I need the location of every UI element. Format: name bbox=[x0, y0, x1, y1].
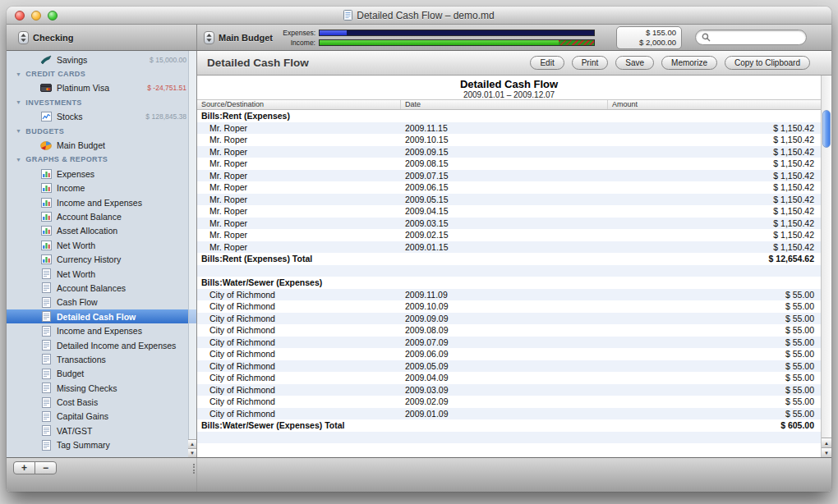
sidebar-item-account-balances[interactable]: Account Balances bbox=[7, 281, 196, 295]
sidebar-item-currency-history[interactable]: Currency History bbox=[7, 252, 196, 266]
table-row[interactable]: City of Richmond2009.04.09$ 55.00 bbox=[197, 372, 821, 384]
scroll-down-icon[interactable]: ▼ bbox=[188, 448, 196, 457]
add-button[interactable]: + bbox=[13, 461, 35, 474]
disclosure-triangle-icon[interactable]: ▼ bbox=[16, 128, 21, 134]
table-row[interactable]: City of Richmond2009.11.09$ 55.00 bbox=[197, 289, 821, 301]
table-row[interactable]: Mr. Roper2009.07.15$ 1,150.42 bbox=[197, 170, 821, 182]
scrollbar-thumb[interactable] bbox=[822, 110, 831, 148]
sidebar-item-net-worth[interactable]: Net Worth bbox=[7, 238, 196, 252]
group-row: Bills:Rent (Expenses) bbox=[197, 110, 821, 122]
cell-date: 2009.06.09 bbox=[401, 349, 608, 359]
table-row[interactable]: Mr. Roper2009.04.15$ 1,150.42 bbox=[197, 205, 821, 218]
column-header-amount[interactable]: Amount bbox=[608, 100, 821, 109]
close-button[interactable] bbox=[15, 11, 25, 21]
sidebar-section-investments[interactable]: ▼INVESTMENTS bbox=[7, 95, 196, 109]
sidebar-item-label: Income bbox=[57, 183, 85, 193]
disclosure-triangle-icon[interactable]: ▼ bbox=[16, 157, 21, 163]
sidebar-item-vat-gst[interactable]: VAT/GST bbox=[7, 424, 196, 438]
cell-amount: $ 55.00 bbox=[608, 349, 821, 359]
table-row[interactable]: City of Richmond2009.08.09$ 55.00 bbox=[197, 324, 821, 337]
sidebar-item-cost-basis[interactable]: Cost Basis bbox=[7, 395, 196, 409]
content-scrollbar[interactable]: ▲ ▼ bbox=[821, 76, 831, 457]
titlebar[interactable]: Detailed Cash Flow – demo.md bbox=[7, 7, 831, 25]
sidebar-item-net-worth[interactable]: Net Worth bbox=[7, 267, 196, 281]
remove-button[interactable]: − bbox=[35, 461, 57, 474]
sidebar-section-credit-cards[interactable]: ▼CREDIT CARDS bbox=[7, 66, 196, 80]
divider-grip[interactable] bbox=[193, 464, 195, 474]
minimize-button[interactable] bbox=[31, 11, 41, 21]
cell-date: 2009.08.09 bbox=[401, 325, 608, 335]
table-row[interactable]: City of Richmond2009.07.09$ 55.00 bbox=[197, 337, 821, 349]
memorize-button[interactable]: Memorize bbox=[661, 56, 717, 70]
sidebar-item-tag-summary[interactable]: Tag Summary bbox=[7, 438, 196, 452]
sidebar-item-expenses[interactable]: Expenses bbox=[7, 167, 196, 181]
table-header: Source/Destination Date Amount bbox=[197, 99, 821, 110]
copy-to-clipboard-button[interactable]: Copy to Clipboard bbox=[725, 56, 810, 70]
sidebar-item-income-and-expenses[interactable]: Income and Expenses bbox=[7, 195, 196, 209]
column-header-date[interactable]: Date bbox=[401, 100, 608, 109]
edit-button[interactable]: Edit bbox=[530, 56, 564, 70]
table-row[interactable]: Mr. Roper2009.09.15$ 1,150.42 bbox=[197, 146, 821, 158]
table-row[interactable]: Mr. Roper2009.06.15$ 1,150.42 bbox=[197, 181, 821, 194]
sidebar-item-cash-flow[interactable]: Cash Flow bbox=[7, 296, 196, 309]
sidebar-section-budgets[interactable]: ▼BUDGETS bbox=[7, 124, 196, 138]
cell-date: 2009.04.15 bbox=[401, 206, 608, 216]
sidebar-item-asset-allocation[interactable]: Asset Allocation bbox=[7, 224, 196, 238]
cell-amount: $ 1,150.42 bbox=[608, 195, 821, 204]
account-selector-label: Checking bbox=[33, 33, 74, 43]
table-row[interactable]: Mr. Roper2009.02.15$ 1,150.42 bbox=[197, 229, 821, 241]
table-row[interactable]: City of Richmond2009.06.09$ 55.00 bbox=[197, 348, 821, 360]
expenses-bar-fill bbox=[320, 30, 347, 35]
sidebar-item-stocks[interactable]: Stocks$ 128,845.38 bbox=[7, 110, 196, 124]
sidebar-item-account-balance[interactable]: Account Balance bbox=[7, 209, 196, 223]
table-row[interactable]: City of Richmond2009.05.09$ 55.00 bbox=[197, 360, 821, 373]
disclosure-triangle-icon[interactable]: ▼ bbox=[16, 71, 21, 77]
sidebar-item-income[interactable]: Income bbox=[7, 181, 196, 195]
cell-amount: $ 55.00 bbox=[608, 337, 821, 347]
table-row[interactable]: Mr. Roper2009.10.15$ 1,150.42 bbox=[197, 134, 821, 146]
scroll-up-icon[interactable]: ▲ bbox=[188, 439, 196, 448]
search-field[interactable] bbox=[695, 30, 807, 45]
report-icon bbox=[39, 326, 53, 337]
table-row[interactable]: Mr. Roper2009.08.15$ 1,150.42 bbox=[197, 158, 821, 170]
report-pane-title: Detailed Cash Flow bbox=[207, 57, 309, 69]
sidebar-item-transactions[interactable]: Transactions bbox=[7, 352, 196, 366]
disclosure-triangle-icon[interactable]: ▼ bbox=[16, 99, 21, 105]
sidebar-item-income-and-expenses[interactable]: Income and Expenses bbox=[7, 323, 196, 337]
table-row[interactable]: City of Richmond2009.10.09$ 55.00 bbox=[197, 300, 821, 313]
table-row[interactable]: City of Richmond2009.02.09$ 55.00 bbox=[197, 396, 821, 408]
table-row[interactable]: City of Richmond2009.03.09$ 55.00 bbox=[197, 384, 821, 396]
chart-icon bbox=[39, 254, 53, 264]
column-header-source[interactable]: Source/Destination bbox=[197, 100, 401, 109]
sidebar-scrollbar[interactable]: ▲ ▼ bbox=[188, 51, 196, 457]
scroll-down-button[interactable]: ▼ bbox=[822, 447, 831, 457]
sidebar-item-detailed-cash-flow[interactable]: Detailed Cash Flow bbox=[7, 309, 196, 323]
zoom-button[interactable] bbox=[48, 11, 58, 21]
stepper-icon[interactable] bbox=[204, 31, 214, 44]
table-row[interactable]: Mr. Roper2009.03.15$ 1,150.42 bbox=[197, 218, 821, 230]
stepper-icon[interactable] bbox=[18, 31, 29, 44]
table-row[interactable]: Mr. Roper2009.01.15$ 1,150.42 bbox=[197, 241, 821, 254]
save-button[interactable]: Save bbox=[615, 56, 654, 70]
sidebar-item-savings[interactable]: Savings$ 15,000.00 bbox=[7, 53, 196, 66]
cell-source: Mr. Roper bbox=[197, 195, 401, 204]
sidebar-item-capital-gains[interactable]: Capital Gains bbox=[7, 410, 196, 424]
table-row[interactable]: City of Richmond2009.09.09$ 55.00 bbox=[197, 313, 821, 325]
table-row[interactable]: Mr. Roper2009.05.15$ 1,150.42 bbox=[197, 194, 821, 206]
sidebar-item-missing-checks[interactable]: Missing Checks bbox=[7, 381, 196, 395]
sidebar-item-budget[interactable]: Budget bbox=[7, 367, 196, 381]
sidebar-item-label: Asset Allocation bbox=[57, 226, 117, 236]
table-row[interactable]: Mr. Roper2009.11.15$ 1,150.42 bbox=[197, 122, 821, 135]
toolbar-account-section: Checking bbox=[7, 25, 197, 50]
account-selector[interactable]: Checking bbox=[18, 31, 74, 44]
sidebar-item-detailed-income-and-expenses[interactable]: Detailed Income and Expenses bbox=[7, 338, 196, 352]
sidebar-section-graphs-reports[interactable]: ▼GRAPHS & REPORTS bbox=[7, 153, 196, 167]
sidebar-item-main-budget[interactable]: Main Budget bbox=[7, 138, 196, 152]
search-input[interactable] bbox=[714, 33, 800, 43]
blank-row bbox=[197, 265, 821, 277]
print-button[interactable]: Print bbox=[572, 56, 609, 70]
budget-selector[interactable]: Main Budget bbox=[204, 31, 276, 44]
scroll-up-button[interactable]: ▲ bbox=[822, 438, 831, 447]
table-row[interactable]: City of Richmond2009.01.09$ 55.00 bbox=[197, 408, 821, 420]
sidebar-item-platinum-visa[interactable]: Platinum Visa$ -24,751.51 bbox=[7, 81, 196, 95]
